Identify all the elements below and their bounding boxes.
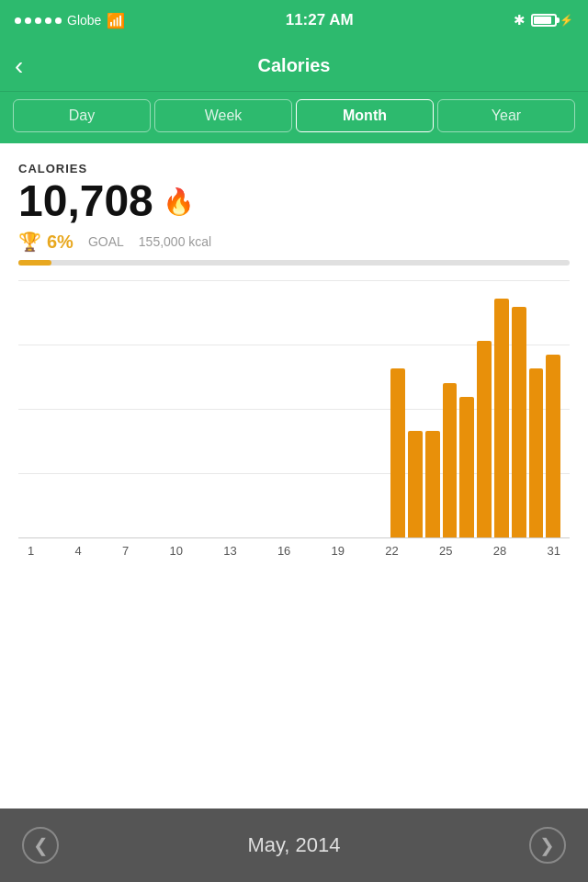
bottom-nav: ❮ May, 2014 ❯ xyxy=(0,808,588,882)
back-button[interactable]: ‹ xyxy=(15,53,23,79)
wifi-icon: 📶 xyxy=(107,12,125,29)
x-label-4: 4 xyxy=(74,544,81,558)
bar xyxy=(459,397,474,537)
carrier-label: Globe xyxy=(67,13,101,28)
tab-year[interactable]: Year xyxy=(437,99,575,132)
trophy-pct: 🏆 6% xyxy=(18,231,74,253)
bar xyxy=(408,431,423,537)
signal-dots xyxy=(15,17,62,24)
battery: ⚡ xyxy=(531,14,573,27)
bar xyxy=(546,355,560,537)
goal-value: 155,000 kcal xyxy=(139,234,211,249)
calories-row: 10,708 🔥 xyxy=(18,179,570,223)
x-label-1: 1 xyxy=(28,544,34,558)
tab-day[interactable]: Day xyxy=(13,99,151,132)
bar xyxy=(390,368,405,537)
prev-icon: ❮ xyxy=(33,834,49,856)
x-label-22: 22 xyxy=(385,544,398,558)
progress-fill xyxy=(18,260,51,266)
chart-area xyxy=(18,280,570,537)
x-label-10: 10 xyxy=(169,544,182,558)
progress-bar xyxy=(18,260,570,266)
fire-icon: 🔥 xyxy=(163,187,195,217)
percentage: 6% xyxy=(47,232,74,253)
next-icon: ❯ xyxy=(539,834,555,856)
x-label-19: 19 xyxy=(332,544,345,558)
calories-value: 10,708 xyxy=(18,179,153,223)
bar xyxy=(425,431,440,537)
x-axis: 1 4 7 10 13 16 19 22 25 28 31 xyxy=(18,537,570,561)
x-label-28: 28 xyxy=(493,544,506,558)
x-label-7: 7 xyxy=(122,544,129,558)
x-label-13: 13 xyxy=(223,544,236,558)
bar xyxy=(529,368,544,537)
page-title: Calories xyxy=(258,55,331,76)
tab-month[interactable]: Month xyxy=(296,99,434,132)
header: ‹ Calories xyxy=(0,40,588,92)
x-label-16: 16 xyxy=(277,544,290,558)
goal-row: 🏆 6% GOAL 155,000 kcal xyxy=(18,231,570,253)
nav-date: May, 2014 xyxy=(247,833,340,857)
bars-container xyxy=(18,299,570,537)
bar xyxy=(443,383,458,537)
status-right: ✱ ⚡ xyxy=(514,12,573,28)
x-label-31: 31 xyxy=(547,544,560,558)
status-left: Globe 📶 xyxy=(15,12,125,29)
bar xyxy=(477,341,492,537)
prev-button[interactable]: ❮ xyxy=(22,827,59,864)
main-content: CALORIES 10,708 🔥 🏆 6% GOAL 155,000 kcal… xyxy=(0,143,588,561)
tab-week[interactable]: Week xyxy=(154,99,292,132)
bluetooth-icon: ✱ xyxy=(514,12,526,28)
calories-label: CALORIES xyxy=(18,162,570,175)
status-bar: Globe 📶 11:27 AM ✱ ⚡ xyxy=(0,0,588,40)
goal-label: GOAL xyxy=(88,234,124,249)
tab-bar: Day Week Month Year xyxy=(0,92,588,143)
trophy-icon: 🏆 xyxy=(18,231,41,253)
bolt-icon: ⚡ xyxy=(560,14,573,27)
next-button[interactable]: ❯ xyxy=(529,827,566,864)
bar xyxy=(512,307,526,537)
x-label-25: 25 xyxy=(439,544,452,558)
status-time: 11:27 AM xyxy=(286,11,354,29)
bar xyxy=(494,299,509,537)
